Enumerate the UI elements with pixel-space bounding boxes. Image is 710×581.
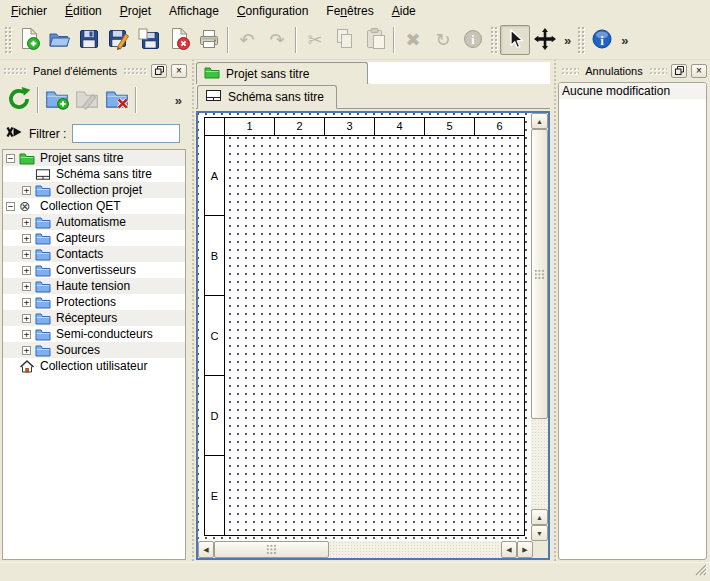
copy-button[interactable] — [330, 25, 360, 55]
tree-item-sch-ma-sans-titre[interactable]: Schéma sans titre — [3, 166, 185, 182]
menu-item-fichier[interactable]: Fichier — [2, 1, 56, 21]
cut-icon: ✂ — [307, 31, 322, 49]
restore-icon — [675, 66, 684, 77]
undo-button[interactable]: ↶ — [232, 25, 262, 55]
scroll-left-button[interactable]: ◀ — [198, 541, 214, 558]
horizontal-scrollbar[interactable]: ◀ ◀ ▶ — [198, 541, 548, 558]
vertical-scroll-track[interactable] — [531, 419, 548, 509]
undo-list-item[interactable]: Aucune modification — [559, 83, 706, 99]
resize-grip-icon[interactable] — [695, 563, 708, 579]
overflow-chevron[interactable]: » — [560, 33, 575, 48]
menu-item-label: onfiguration — [246, 4, 309, 18]
expand-icon[interactable]: + — [22, 234, 31, 243]
filter-input[interactable] — [72, 124, 180, 143]
expand-icon[interactable]: + — [22, 330, 31, 339]
new-category-button[interactable] — [42, 85, 72, 115]
paste-button[interactable] — [360, 25, 390, 55]
float-panel-button[interactable] — [151, 64, 167, 78]
overflow-chevron[interactable]: » — [617, 33, 632, 48]
column-header-cell: 3 — [325, 118, 375, 136]
diagram-canvas[interactable]: 123456 ABCDE — [198, 113, 531, 541]
rotate-button[interactable]: ↻ — [428, 25, 458, 55]
clear-filter-icon[interactable] — [6, 125, 23, 142]
expand-icon[interactable]: + — [22, 298, 31, 307]
tree-item-projet-sans-titre[interactable]: −Projet sans titre — [3, 150, 185, 166]
undo-history-list[interactable]: Aucune modification — [558, 82, 707, 560]
expand-icon[interactable]: + — [22, 346, 31, 355]
save-button[interactable] — [74, 25, 104, 55]
open-file-button[interactable] — [44, 25, 74, 55]
scroll-down-button[interactable]: ▼ — [531, 525, 548, 541]
menu-item-edition[interactable]: Édition — [56, 1, 111, 21]
dock-texture — [3, 67, 27, 75]
menu-item-affichage[interactable]: Affichage — [160, 1, 228, 21]
tree-item-protections[interactable]: +Protections — [3, 294, 185, 310]
menu-item-fenetres[interactable]: Fenêtres — [317, 1, 382, 21]
close-panel-button[interactable]: × — [691, 64, 707, 78]
collapse-icon[interactable]: − — [6, 154, 15, 163]
collapse-icon[interactable]: − — [6, 202, 15, 211]
tree-item-semi-conducteurs[interactable]: +Semi-conducteurs — [3, 326, 185, 342]
menu-item-configuration[interactable]: Configuration — [228, 1, 317, 21]
print-button[interactable] — [194, 25, 224, 55]
diagram-tab-bar: Schéma sans titre — [196, 84, 550, 109]
tree-item-contacts[interactable]: +Contacts — [3, 246, 185, 262]
expand-icon[interactable]: + — [22, 218, 31, 227]
info-button[interactable]: i — [458, 25, 488, 55]
toolbar-drag-handle[interactable] — [577, 26, 585, 54]
diagram-frame: 123456 ABCDE — [204, 117, 525, 536]
toolbar-drag-handle[interactable] — [490, 26, 498, 54]
tab-diagram[interactable]: Schéma sans titre — [197, 85, 337, 109]
tab-project-label: Projet sans titre — [226, 67, 309, 81]
tree-item-label: Collection QET — [38, 199, 121, 213]
expand-icon[interactable]: + — [22, 314, 31, 323]
diagram-info-button[interactable]: i — [587, 25, 617, 55]
workspace: Projet sans titre Schéma sans titre 1234… — [196, 60, 552, 562]
cut-button[interactable]: ✂ — [300, 25, 330, 55]
vertical-scrollbar[interactable]: ▲ ▲ ▼ — [531, 113, 548, 541]
tree-item-automatisme[interactable]: +Automatisme — [3, 214, 185, 230]
move-tool-button[interactable] — [530, 25, 560, 55]
horizontal-scroll-thumb[interactable] — [214, 541, 329, 558]
expand-icon[interactable]: + — [22, 266, 31, 275]
delete-button[interactable]: ✖ — [398, 25, 428, 55]
horizontal-scroll-track[interactable] — [329, 541, 501, 558]
tree-item-label: Automatisme — [54, 215, 126, 229]
tree-item-haute-tension[interactable]: +Haute tension — [3, 278, 185, 294]
tree-item-capteurs[interactable]: +Capteurs — [3, 230, 185, 246]
expand-icon[interactable]: + — [22, 186, 31, 195]
thumb-grip — [266, 544, 277, 555]
vertical-scroll-thumb[interactable] — [531, 129, 548, 419]
scroll-right-button[interactable]: ▶ — [517, 541, 533, 558]
scroll-up-button[interactable]: ▲ — [531, 113, 548, 129]
edit-category-button[interactable] — [72, 85, 102, 115]
tree-item-collection-projet[interactable]: +Collection projet — [3, 182, 185, 198]
save-as-button[interactable] — [104, 25, 134, 55]
toolbar-drag-handle[interactable] — [4, 26, 12, 54]
close-file-button[interactable] — [164, 25, 194, 55]
menu-item-projet[interactable]: Projet — [111, 1, 160, 21]
save-all-button[interactable] — [134, 25, 164, 55]
close-panel-button[interactable]: × — [171, 64, 187, 78]
expand-icon[interactable]: + — [22, 282, 31, 291]
expand-icon[interactable]: + — [22, 250, 31, 259]
overflow-chevron[interactable]: » — [171, 93, 186, 108]
reload-collections-button[interactable] — [4, 85, 34, 115]
delete-category-button[interactable] — [102, 85, 132, 115]
dock-texture — [123, 67, 147, 75]
new-file-button[interactable] — [14, 25, 44, 55]
tree-item-collection-qet[interactable]: −⊗Collection QET — [3, 198, 185, 214]
scroll-up-button[interactable]: ▲ — [531, 509, 548, 525]
tree-item-r-cepteurs[interactable]: +Récepteurs — [3, 310, 185, 326]
float-panel-button[interactable] — [671, 64, 687, 78]
frame-row-headers: ABCDE — [205, 136, 225, 536]
tree-item-collection-utilisateur[interactable]: Collection utilisateur — [3, 358, 185, 374]
scrollbar-corner — [533, 541, 548, 558]
tree-item-convertisseurs[interactable]: +Convertisseurs — [3, 262, 185, 278]
scroll-left-button[interactable]: ◀ — [501, 541, 517, 558]
tree-item-sources[interactable]: +Sources — [3, 342, 185, 358]
tab-project[interactable]: Projet sans titre — [196, 62, 368, 84]
redo-button[interactable]: ↷ — [262, 25, 292, 55]
pointer-select-button[interactable] — [500, 25, 530, 55]
menu-item-aide[interactable]: Aide — [383, 1, 425, 21]
